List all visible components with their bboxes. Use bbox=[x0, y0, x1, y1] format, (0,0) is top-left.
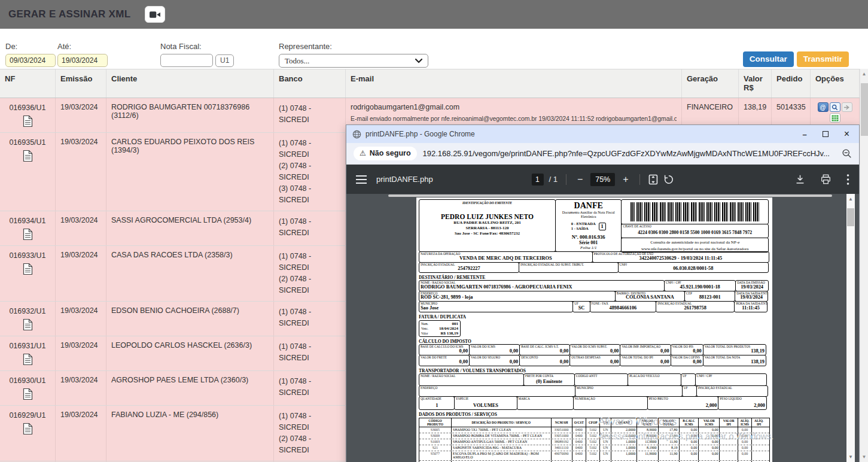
pdf-toolbar: printDANFE.php 1 / 1 − 75% + bbox=[346, 165, 859, 194]
url-bar: ⚠ Não seguro 192.168.25.91/vegom/ge/prin… bbox=[346, 143, 859, 165]
transmit-icon[interactable] bbox=[842, 102, 852, 112]
print-icon[interactable] bbox=[821, 174, 831, 184]
produto-row: S5077ESCOVA DUPLA PRO M (CABO DE MADEIRA… bbox=[419, 451, 769, 461]
danfe-document: IDENTIFICAÇÃO DO EMITENTE PEDRO LUIZ JUN… bbox=[416, 197, 772, 462]
danfe-field: VALOR DO SEGURO0,00 bbox=[469, 355, 520, 366]
download-icon[interactable] bbox=[795, 174, 805, 184]
danfe-field: QUANTIDADE1 bbox=[419, 396, 455, 410]
column-header: E-mail bbox=[346, 69, 682, 98]
banco-cell: (1) 0748 - SICREDI bbox=[274, 98, 346, 132]
window-titlebar[interactable]: printDANFE.php - Google Chrome – × bbox=[346, 125, 859, 143]
zoom-in-icon[interactable]: + bbox=[620, 174, 631, 185]
danfe-field: NUMERAÇÃO bbox=[573, 396, 648, 410]
danfe-field-row: QUANTIDADE1 ESPÉCIEVOLUMES MARCA NUMERAÇ… bbox=[419, 396, 770, 410]
banco-cell: (1) 0748 - SICREDI(2) 0748 - SICREDI bbox=[274, 246, 346, 301]
danfe-field: UFSC bbox=[572, 301, 590, 312]
zoom-out-icon[interactable]: − bbox=[575, 174, 585, 185]
scroll-down-icon[interactable]: ▼ bbox=[860, 454, 868, 460]
danfe-field: DATA DA EMISSÃO19/03/2024 bbox=[735, 280, 769, 291]
fatura-box: Num.001Venc.18/04/2024ValorR$ 138,19 bbox=[419, 320, 461, 337]
nota-fiscal-label: Nota Fiscal: bbox=[160, 42, 234, 51]
danfe-field-row: NOME / RAZÃO SOCIAL FRETE POR CONTA(0) E… bbox=[419, 373, 770, 386]
toolbar-divider bbox=[566, 174, 567, 185]
nf-cell: 016934/U1 bbox=[0, 211, 56, 245]
horizontal-scrollbar[interactable] bbox=[388, 194, 832, 197]
search-icon[interactable] bbox=[830, 102, 840, 112]
consultar-button[interactable]: Consultar bbox=[743, 51, 794, 67]
de-label: De: bbox=[5, 42, 56, 51]
danfe-field: PESO BRUTO2,000 bbox=[647, 396, 719, 410]
zoom-out-page-icon[interactable] bbox=[842, 148, 852, 159]
page-number-input[interactable]: 1 bbox=[531, 174, 543, 186]
video-button[interactable] bbox=[145, 6, 165, 23]
danfe-field: FONE / FAX48984666106 bbox=[590, 301, 657, 312]
danfe-field: MARCA bbox=[517, 396, 574, 410]
email-icon[interactable]: @ bbox=[818, 102, 829, 112]
danfe-field: VALOR DO FRETE0,00 bbox=[419, 355, 470, 366]
danfe-field: NOME / RAZÃO SOCIAL bbox=[419, 373, 524, 386]
spreadsheet-icon[interactable] bbox=[830, 113, 840, 123]
security-chip[interactable]: ⚠ Não seguro bbox=[354, 147, 417, 160]
danfe-field: DATA DA SAÍDA/ENTRADA19/03/2024 bbox=[735, 291, 768, 302]
pdf-scroll-down-icon[interactable]: ▼ bbox=[846, 454, 855, 460]
emitente-label: IDENTIFICAÇÃO DO EMITENTE bbox=[421, 201, 554, 205]
danfe-field: VALOR TOTAL DA NOTA138,19 bbox=[703, 355, 766, 366]
danfe-field: VALOR TOTAL DOS PRODUTOS138,19 bbox=[703, 344, 766, 355]
page-scrollbar[interactable]: ▲ ▼ bbox=[860, 69, 868, 462]
column-header: Banco bbox=[274, 69, 346, 98]
danfe-title-box: DANFE Documento Auxiliar da Nota Fiscal … bbox=[555, 199, 622, 252]
danfe-tipo-box: 1 bbox=[599, 223, 606, 230]
nf-cell: 016935/U1 bbox=[0, 133, 56, 211]
url-text[interactable]: 192.168.25.91/vegom/ge/printDANFE.php?nf… bbox=[423, 149, 842, 158]
zoom-level[interactable]: 75% bbox=[590, 173, 615, 186]
produto-row: S3005SHAMPOO 5X1 700ML - PET CLEAN330510… bbox=[419, 427, 769, 433]
nf-cell: 016933/U1 bbox=[0, 246, 56, 301]
fit-page-icon[interactable] bbox=[648, 174, 658, 185]
representante-select[interactable]: Todos... bbox=[279, 54, 428, 68]
emissao-cell: 19/03/2024 bbox=[56, 133, 106, 211]
danfe-field: INSCRIÇÃO ESTADUAL261798758 bbox=[656, 301, 735, 312]
nf-cell: 016929/U1 bbox=[0, 406, 56, 461]
danfe-field: CNPJ06.030.028/0001-58 bbox=[618, 262, 769, 273]
emissao-cell: 19/03/2024 bbox=[56, 211, 106, 245]
transmitir-button[interactable]: Transmitir bbox=[797, 51, 849, 67]
produtos-title: DADOS DOS PRODUTOS / SERVIÇOS bbox=[419, 412, 770, 417]
danfe-field: UF bbox=[682, 385, 697, 397]
column-header: Cliente bbox=[106, 69, 274, 98]
fatura-title: FATURA / DUPLICATA bbox=[419, 314, 770, 320]
produto-row: S21SABONETE SARNICIDA 80G - MATACURA3401… bbox=[419, 445, 769, 451]
filter-nota-fiscal: Nota Fiscal: U1 bbox=[160, 42, 234, 67]
danfe-field: VALOR DO ICMS0,00 bbox=[469, 344, 520, 355]
maximize-button[interactable] bbox=[823, 131, 829, 137]
nota-fiscal-input[interactable] bbox=[160, 54, 213, 67]
close-button[interactable]: × bbox=[844, 129, 849, 139]
banco-cell: (1) 0748 - SICREDI bbox=[274, 302, 346, 336]
chrome-popup-window: printDANFE.php - Google Chrome – × ⚠ Não… bbox=[346, 124, 860, 462]
document-icon bbox=[23, 423, 33, 435]
danfe-field: ENDEREÇOROD SC-281, 9899 - loja bbox=[419, 291, 616, 302]
danfe-field: VALOR IMP. IMPORTAÇÃO0,00 bbox=[620, 344, 671, 355]
pdf-scroll-up-icon[interactable]: ▲ bbox=[846, 196, 855, 202]
minimize-button[interactable]: – bbox=[802, 130, 806, 138]
pdf-filename: printDANFE.php bbox=[376, 175, 433, 184]
date-to-input[interactable] bbox=[57, 54, 108, 67]
scroll-up-icon[interactable]: ▲ bbox=[860, 71, 868, 77]
pdf-scrollbar[interactable]: ▲ ▼ bbox=[846, 194, 855, 462]
date-from-input[interactable] bbox=[5, 54, 56, 67]
danfe-field: HORA DA SAÍDA/ENTRADA11:11:45 bbox=[734, 301, 768, 312]
danfe-field: BASE DE CÁLC. ICMS S.T.0,00 bbox=[519, 344, 570, 355]
rotate-icon[interactable] bbox=[663, 174, 674, 185]
menu-icon[interactable] bbox=[356, 175, 367, 184]
pdf-viewport: IDENTIFICAÇÃO DO EMITENTE PEDRO LUIZ JUN… bbox=[346, 194, 859, 462]
column-header: Emissão bbox=[56, 69, 106, 98]
scrollbar-thumb[interactable] bbox=[861, 83, 868, 136]
pdf-scrollbar-thumb[interactable] bbox=[847, 208, 854, 226]
danfe-field-row: BASE DE CALCULO DO ICMS0,00 VALOR DO ICM… bbox=[419, 344, 770, 355]
banco-cell: (1) 0748 - SICREDI(2) 0748 - SICREDI(3) … bbox=[274, 133, 346, 211]
chrome-favicon-globe-icon bbox=[352, 130, 361, 139]
more-options-icon[interactable] bbox=[846, 174, 849, 185]
produto-row: S3009SHAMPOO BOMBA DE VITAMINA 700ML - P… bbox=[419, 433, 769, 439]
chave-acesso-box: CHAVE DE ACESSO 4224 0306 0300 2800 0158… bbox=[621, 224, 769, 238]
barcode bbox=[631, 202, 759, 221]
danfe-field: CNPJ / CPF bbox=[695, 373, 767, 386]
